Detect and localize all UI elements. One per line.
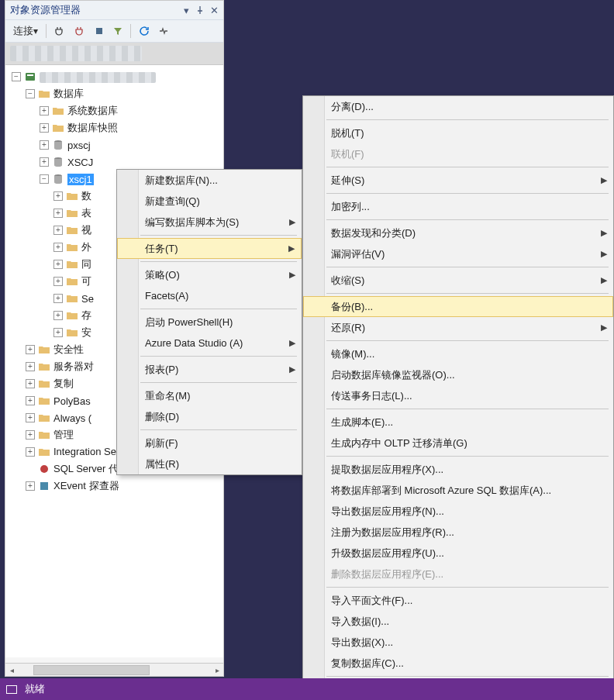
submenu-import-data[interactable]: 导入数据(I)... xyxy=(303,611,613,632)
expand-icon[interactable]: + xyxy=(40,157,49,167)
submenu-vulnerability[interactable]: 漏洞评估(V)▶ xyxy=(303,243,613,264)
svg-rect-2 xyxy=(27,74,33,76)
plug-disconnect-icon[interactable] xyxy=(71,24,88,38)
scroll-right-icon[interactable]: ▸ xyxy=(211,664,223,676)
scroll-thumb[interactable] xyxy=(33,665,150,675)
submenu-data-discovery[interactable]: 数据发现和分类(D)▶ xyxy=(303,222,613,243)
submenu-export-dac[interactable]: 导出数据层应用程序(N)... xyxy=(303,501,613,522)
submenu-register-dac[interactable]: 注册为数据层应用程序(R)... xyxy=(303,522,613,543)
menu-policies[interactable]: 策略(O)▶ xyxy=(117,264,302,285)
submenu-encrypt-columns[interactable]: 加密列... xyxy=(303,196,613,217)
folder-icon xyxy=(38,343,50,356)
menu-new-query[interactable]: 新建查询(Q) xyxy=(117,191,302,212)
submenu-deploy-azure[interactable]: 将数据库部署到 Microsoft Azure SQL 数据库(A)... xyxy=(303,480,613,501)
blurred-connection-name xyxy=(10,46,142,61)
menu-sep xyxy=(326,456,609,457)
submenu-arrow-icon: ▶ xyxy=(601,275,607,285)
menu-facets[interactable]: Facets(A) xyxy=(117,285,302,306)
svg-point-6 xyxy=(40,465,48,473)
tree-server-node[interactable]: − xyxy=(7,68,222,85)
submenu-arrow-icon: ▶ xyxy=(601,175,607,185)
refresh-icon[interactable] xyxy=(136,24,153,38)
submenu-arrow-icon: ▶ xyxy=(601,322,607,333)
filter-icon[interactable] xyxy=(110,25,126,37)
submenu-delete-dac: 删除数据层应用程序(E)... xyxy=(303,564,613,584)
menu-refresh[interactable]: 刷新(F) xyxy=(117,433,302,453)
submenu-shrink[interactable]: 收缩(S)▶ xyxy=(303,270,613,291)
collapse-icon[interactable]: − xyxy=(40,174,49,184)
tree-databases[interactable]: − 数据库 xyxy=(7,85,222,102)
connect-dropdown[interactable]: 连接 ▾ xyxy=(10,22,41,40)
pin-icon[interactable] xyxy=(195,5,205,15)
submenu-extract-dac[interactable]: 提取数据层应用程序(X)... xyxy=(303,459,613,480)
expand-icon[interactable]: + xyxy=(40,106,49,116)
menu-properties[interactable]: 属性(R) xyxy=(117,453,302,474)
selected-db-label: xscj1 xyxy=(67,174,94,185)
scroll-left-icon[interactable]: ◂ xyxy=(5,664,18,676)
submenu-restore[interactable]: 还原(R)▶ xyxy=(303,317,613,338)
toolbar-sep xyxy=(46,24,47,38)
menu-sep xyxy=(326,340,609,341)
menu-sep xyxy=(326,219,609,220)
menu-start-powershell[interactable]: 启动 PowerShell(H) xyxy=(117,312,302,333)
context-menu: 新建数据库(N)... 新建查询(Q) 编写数据库脚本为(S)▶ 任务(T)▶ … xyxy=(116,169,302,475)
activity-icon[interactable] xyxy=(156,24,173,38)
submenu-mirror[interactable]: 镜像(M)... xyxy=(303,343,613,364)
folder-icon xyxy=(66,275,78,288)
menu-tasks[interactable]: 任务(T)▶ xyxy=(117,238,302,259)
folder-icon xyxy=(52,122,64,134)
submenu-arrow-icon: ▶ xyxy=(601,228,607,238)
svg-rect-0 xyxy=(96,28,102,34)
submenu-detach[interactable]: 分离(D)... xyxy=(303,96,613,117)
submenu-launch-mirror-monitor[interactable]: 启动数据库镜像监视器(O)... xyxy=(303,364,613,385)
menu-sep xyxy=(326,167,609,167)
tree-db-xscj[interactable]: + XSCJ xyxy=(7,153,222,171)
submenu-stretch[interactable]: 延伸(S)▶ xyxy=(303,170,613,191)
tree-xevent[interactable]: +XEvent 探查器 xyxy=(7,478,222,495)
tree-db-pxscj[interactable]: + pxscj xyxy=(7,136,222,153)
menu-rename[interactable]: 重命名(M) xyxy=(117,385,302,406)
stop-icon[interactable] xyxy=(91,25,107,37)
submenu-backup[interactable]: 备份(B)... xyxy=(303,296,613,317)
submenu-take-offline[interactable]: 脱机(T) xyxy=(303,122,613,143)
folder-icon xyxy=(66,207,78,219)
blurred-server-name xyxy=(40,72,156,83)
horizontal-scrollbar[interactable]: ◂ ▸ xyxy=(5,664,224,677)
menu-reports[interactable]: 报表(P)▶ xyxy=(117,359,302,380)
collapse-icon[interactable]: − xyxy=(12,72,21,81)
menu-delete[interactable]: 删除(D) xyxy=(117,406,302,427)
tree-db-snapshots[interactable]: + 数据库快照 xyxy=(7,119,222,136)
panel-toolbar: 连接 ▾ xyxy=(5,20,223,43)
submenu-copy-database[interactable]: 复制数据库(C)... xyxy=(303,653,613,674)
menu-new-database[interactable]: 新建数据库(N)... xyxy=(117,170,302,191)
folder-icon xyxy=(38,446,50,458)
folder-icon xyxy=(38,412,50,424)
svg-rect-1 xyxy=(26,73,35,81)
expand-icon[interactable]: + xyxy=(40,123,49,133)
dropdown-icon[interactable]: ▾ xyxy=(181,5,191,15)
submenu-bring-online: 联机(F) xyxy=(303,143,613,164)
folder-icon xyxy=(66,292,78,305)
submenu-upgrade-dac[interactable]: 升级数据层应用程序(U)... xyxy=(303,543,613,564)
menu-azure-data-studio[interactable]: Azure Data Studio (A)▶ xyxy=(117,333,302,353)
database-icon xyxy=(52,139,64,151)
folder-icon xyxy=(38,429,50,441)
submenu-generate-scripts[interactable]: 生成脚本(E)... xyxy=(303,412,613,433)
submenu-arrow-icon: ▶ xyxy=(289,217,295,227)
menu-sep xyxy=(140,235,297,236)
submenu-arrow-icon: ▶ xyxy=(289,364,295,374)
folder-icon xyxy=(38,378,50,390)
submenu-oltp-migration[interactable]: 生成内存中 OLTP 迁移清单(G) xyxy=(303,433,613,453)
expand-icon[interactable]: + xyxy=(40,140,49,150)
svg-rect-7 xyxy=(40,482,48,490)
folder-icon xyxy=(38,88,50,100)
collapse-icon[interactable]: − xyxy=(26,89,35,98)
menu-script-database[interactable]: 编写数据库脚本为(S)▶ xyxy=(117,212,302,233)
submenu-import-flat-file[interactable]: 导入平面文件(F)... xyxy=(303,590,613,611)
close-icon[interactable]: ✕ xyxy=(209,5,219,15)
menu-sep xyxy=(140,356,297,357)
tree-system-databases[interactable]: + 系统数据库 xyxy=(7,102,222,119)
submenu-export-data[interactable]: 导出数据(X)... xyxy=(303,632,613,653)
submenu-ship-logs[interactable]: 传送事务日志(L)... xyxy=(303,385,613,406)
plug-connect-icon[interactable] xyxy=(51,24,68,38)
